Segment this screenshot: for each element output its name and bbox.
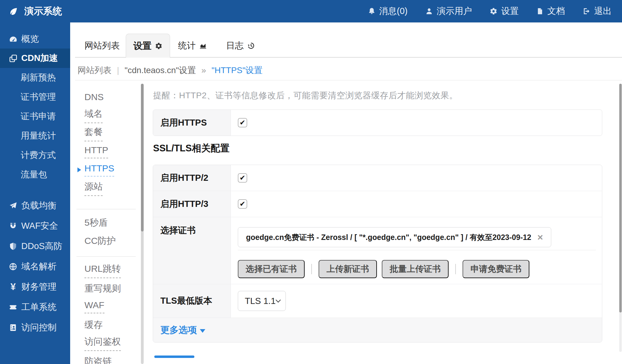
sidebar-item-traffic-package[interactable]: 流量包 — [0, 165, 70, 184]
sidebar-spacer — [0, 184, 70, 195]
sidebar-item-billing-method[interactable]: 计费方式 — [0, 146, 70, 165]
cert-value-area: goedge.cn免费证书 - Zerossl / [ "*.goedge.cn… — [231, 217, 602, 284]
tls-min-version-select[interactable]: TLS 1.1 — [238, 291, 286, 311]
breadcrumb: 网站列表 | "cdn.teaos.cn"设置 » "HTTPS"设置 — [77, 64, 262, 76]
table-footer: 更多选项 — [153, 318, 602, 342]
sidebar-item-cdn[interactable]: CDN加速 — [0, 49, 70, 68]
main-content: 网站列表 设置 统计 日志 网站列表 — [70, 22, 622, 364]
section-title: SSL/TLS相关配置 — [153, 142, 229, 155]
document-icon — [536, 7, 544, 15]
enable-https-checkbox[interactable]: ✔ — [238, 118, 247, 127]
contacts-icon — [9, 323, 18, 332]
settings-menu-item[interactable]: 设置 — [490, 5, 519, 17]
page-scrollbar-thumb[interactable] — [619, 84, 622, 312]
sidebar-item-access-control[interactable]: 访问控制 — [0, 317, 70, 338]
subnav-scrollbar-thumb[interactable] — [141, 84, 144, 231]
subnav-item-rewrite-rules[interactable]: 重写规则 — [75, 279, 140, 298]
tab-logs[interactable]: 日志 — [226, 40, 255, 52]
gauge-icon — [9, 35, 18, 44]
apply-free-cert-button[interactable]: 申请免费证书 — [463, 260, 529, 278]
subnav-item-http[interactable]: HTTP — [75, 143, 140, 161]
button-separator — [455, 264, 456, 274]
cert-pill-row: goedge.cn免费证书 - Zerossl / [ "*.goedge.cn… — [238, 227, 596, 247]
selected-cert-tag[interactable]: goedge.cn免费证书 - Zerossl / [ "*.goedge.cn… — [238, 227, 551, 247]
https-enable-table: 启用HTTPS ✔ — [153, 110, 602, 136]
subnav-item-domain[interactable]: 域名 — [75, 106, 140, 124]
page-scrollbar[interactable] — [619, 84, 622, 352]
tab-settings[interactable]: 设置 — [126, 34, 170, 58]
enable-http2-checkbox[interactable]: ✔ — [238, 173, 247, 183]
user-label: 演示用户 — [437, 5, 472, 17]
history-icon — [247, 42, 255, 50]
row-value: ✔ — [231, 165, 602, 191]
sidebar-item-cert-apply[interactable]: 证书申请 — [0, 107, 70, 126]
subnav-item-auth[interactable]: 访问鉴权 — [75, 334, 140, 352]
subnav-item-5s-shield[interactable]: 5秒盾 — [75, 214, 140, 232]
logout-menu-item[interactable]: 退出 — [583, 5, 612, 17]
breadcrumb-divider — [75, 80, 622, 80]
subnav-item-cache[interactable]: 缓存 — [75, 316, 140, 334]
user-icon — [425, 7, 433, 15]
table-row: 启用HTTP/2 ✔ — [153, 165, 602, 191]
globe-icon — [9, 262, 18, 271]
select-existing-cert-button[interactable]: 选择已有证书 — [238, 260, 305, 278]
subnav-divider — [77, 209, 136, 209]
topnav: 消息(0) 演示用户 设置 文档 — [368, 5, 612, 17]
shield-icon — [9, 242, 18, 251]
row-value: ✔ — [231, 191, 602, 217]
tab-site-list[interactable]: 网站列表 — [75, 34, 126, 57]
gear-icon — [155, 42, 162, 50]
sidebar-item-dns-resolve[interactable]: 域名解析 — [0, 256, 70, 277]
remove-cert-icon[interactable]: × — [537, 232, 543, 243]
docs-label: 文档 — [547, 5, 565, 17]
subnav-item-cc-protect[interactable]: CC防护 — [75, 232, 140, 250]
sidebar-item-load-balancer[interactable]: 负载均衡 — [0, 195, 70, 216]
sidebar-item-label: 概览 — [21, 33, 39, 45]
upload-new-cert-button[interactable]: 上传新证书 — [319, 260, 377, 278]
bell-icon — [368, 7, 376, 15]
cert-button-row: 选择已有证书 上传新证书 批量上传证书 申请免费证书 — [238, 260, 596, 278]
more-options-link[interactable]: 更多选项 — [160, 324, 205, 336]
sidebar-item-waf[interactable]: WAF安全 — [0, 216, 70, 236]
save-button-partial[interactable] — [154, 356, 194, 358]
docs-menu-item[interactable]: 文档 — [536, 5, 565, 17]
active-pointer-icon — [77, 167, 81, 172]
https-notice: 提醒：HTTP2、证书等信息修改后，可能需要清空浏览器缓存后才能浏览效果。 — [153, 90, 458, 101]
sidebar-item-usage-stats[interactable]: 用量统计 — [0, 126, 70, 146]
subnav-item-url-redirect[interactable]: URL跳转 — [75, 261, 140, 279]
chevron-down-icon — [276, 298, 281, 303]
settings-label: 设置 — [501, 5, 519, 17]
sidebar-item-refresh-preheat[interactable]: 刷新预热 — [0, 68, 70, 87]
yen-icon: ¥ — [9, 281, 18, 292]
subnav-item-plan[interactable]: 套餐 — [75, 124, 140, 143]
sidebar-item-ddos[interactable]: DDoS高防 — [0, 236, 70, 256]
table-row: TLS最低版本 TLS 1.1 — [153, 284, 602, 318]
sidebar-item-finance[interactable]: ¥ 财务管理 — [0, 277, 70, 297]
messages-label: 消息(0) — [379, 5, 408, 17]
topbar: 演示系统 消息(0) 演示用户 设置 — [0, 0, 622, 22]
subnav-item-https[interactable]: HTTPS — [75, 161, 140, 179]
messages-menu-item[interactable]: 消息(0) — [368, 5, 408, 17]
gear-icon — [490, 7, 497, 15]
breadcrumb-https-settings[interactable]: "HTTPS"设置 — [212, 65, 263, 76]
tab-statistics[interactable]: 统计 — [178, 40, 207, 52]
subnav-scrollbar[interactable] — [141, 84, 144, 364]
subnav-divider — [77, 256, 136, 257]
batch-upload-cert-button[interactable]: 批量上传证书 — [382, 260, 449, 278]
subnav-item-waf[interactable]: WAF — [75, 298, 140, 316]
user-menu-item[interactable]: 演示用户 — [425, 5, 472, 17]
subnav-item-origin[interactable]: 源站 — [75, 179, 140, 197]
sidebar-item-tickets[interactable]: 工单系统 — [0, 297, 70, 317]
sidebar-item-cert-manage[interactable]: 证书管理 — [0, 87, 70, 107]
breadcrumb-site-list[interactable]: 网站列表 — [77, 65, 111, 76]
subnav-item-dns[interactable]: DNS — [75, 88, 140, 106]
sidebar-item-overview[interactable]: 概览 — [0, 30, 70, 49]
settings-subnav: DNS 域名 套餐 HTTP HTTPS 源站 5秒盾 CC防护 URL跳转 重… — [75, 82, 140, 364]
brand[interactable]: 演示系统 — [9, 5, 62, 18]
subnav-item-hotlink[interactable]: 防盗链 — [75, 352, 140, 364]
breadcrumb-site-settings[interactable]: "cdn.teaos.cn"设置 — [125, 65, 196, 76]
enable-http3-checkbox[interactable]: ✔ — [238, 199, 247, 209]
row-value: TLS 1.1 — [231, 284, 602, 318]
button-separator — [311, 264, 312, 274]
ssl-tls-table: 启用HTTP/2 ✔ 启用HTTP/3 ✔ 选择证书 goedge.cn免费证书… — [153, 165, 602, 342]
